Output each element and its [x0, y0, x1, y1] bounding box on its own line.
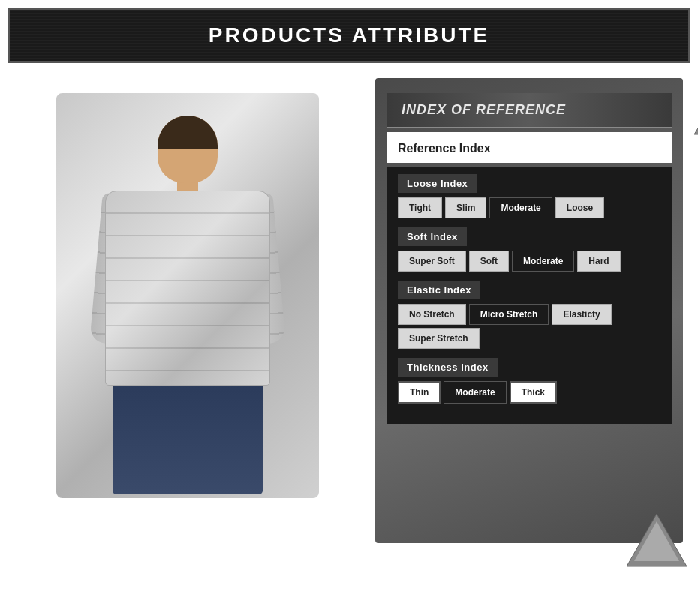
- reference-index-box: Reference Index: [387, 132, 672, 163]
- loose-loose-button[interactable]: Loose: [555, 197, 604, 218]
- main-content: INDEX OF REFERENCE Reference Index Loose…: [0, 71, 698, 603]
- triangle-bottom-icon: [623, 510, 690, 573]
- index-of-reference-header: INDEX OF REFERENCE: [387, 93, 672, 128]
- thickness-thick-button[interactable]: Thick: [510, 381, 557, 404]
- soft-index-section: Soft Index Super Soft Soft Moderate Hard: [398, 227, 660, 272]
- loose-index-buttons: Tight Slim Moderate Loose: [398, 197, 660, 218]
- loose-slim-button[interactable]: Slim: [445, 197, 486, 218]
- hair: [158, 116, 218, 149]
- reference-section: INDEX OF REFERENCE Reference Index Loose…: [375, 78, 683, 588]
- page-title: PRODUCTS ATTRIBUTE: [25, 23, 673, 47]
- thickness-moderate-button[interactable]: Moderate: [444, 381, 506, 404]
- soft-hard-button[interactable]: Hard: [577, 251, 620, 272]
- elastic-index-title: Elastic Index: [398, 281, 480, 299]
- soft-index-title: Soft Index: [398, 227, 467, 246]
- card-content: INDEX OF REFERENCE Reference Index Loose…: [375, 78, 683, 443]
- person-silhouette: [83, 108, 293, 483]
- loose-moderate-button[interactable]: Moderate: [489, 197, 552, 218]
- elastic-microstretch-button[interactable]: Micro Stretch: [469, 304, 549, 325]
- product-image-section: [15, 78, 360, 513]
- soft-moderate-button[interactable]: Moderate: [512, 251, 574, 272]
- thickness-index-buttons: Thin Moderate Thick: [398, 381, 660, 404]
- product-image: [56, 93, 319, 498]
- soft-supersoft-button[interactable]: Super Soft: [398, 251, 466, 272]
- elastic-nostretch-button[interactable]: No Stretch: [398, 304, 466, 325]
- elastic-index-section: Elastic Index No Stretch Micro Stretch E…: [398, 281, 660, 349]
- thickness-index-section: Thickness Index Thin Moderate Thick: [398, 358, 660, 404]
- loose-tight-button[interactable]: Tight: [398, 197, 442, 218]
- attributes-box: Loose Index Tight Slim Moderate Loose So…: [387, 167, 672, 424]
- loose-index-title: Loose Index: [398, 174, 477, 193]
- thickness-thin-button[interactable]: Thin: [398, 381, 441, 404]
- index-header-text: INDEX OF REFERENCE: [402, 102, 566, 117]
- page-header: PRODUCTS ATTRIBUTE: [8, 8, 690, 63]
- elastic-index-buttons: No Stretch Micro Stretch Elasticty Super…: [398, 304, 660, 349]
- jeans: [113, 374, 263, 494]
- elastic-superstretch-button[interactable]: Super Stretch: [398, 328, 480, 349]
- reference-index-title: Reference Index: [398, 138, 660, 159]
- svg-marker-0: [694, 67, 698, 134]
- elastic-elasticty-button[interactable]: Elasticty: [552, 304, 611, 325]
- jacket-body: [105, 191, 270, 386]
- loose-index-section: Loose Index Tight Slim Moderate Loose: [398, 174, 660, 218]
- soft-index-buttons: Super Soft Soft Moderate Hard: [398, 251, 660, 272]
- soft-soft-button[interactable]: Soft: [469, 251, 509, 272]
- thickness-index-title: Thickness Index: [398, 358, 498, 377]
